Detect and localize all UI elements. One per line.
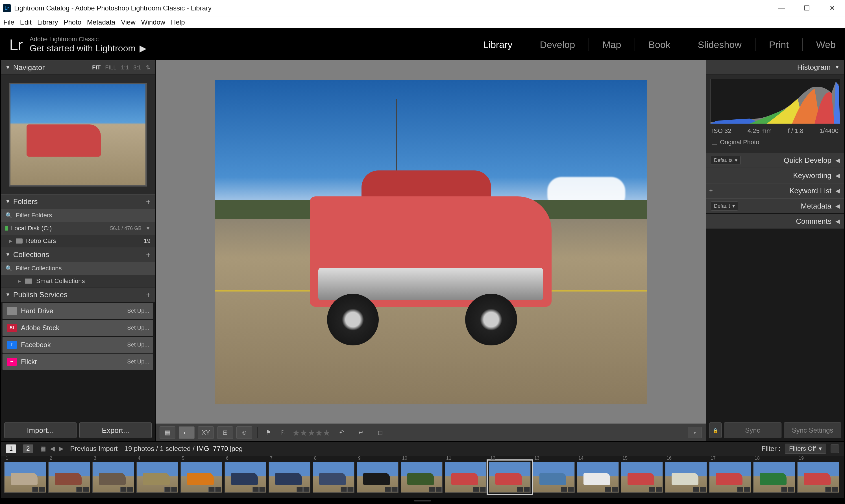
collections-header[interactable]: ▼Collections + [1,248,155,262]
import-button[interactable]: Import... [4,422,76,438]
filmstrip-thumb[interactable]: 8 [313,462,355,493]
filmstrip[interactable]: 12345678910111213141516171819 [1,456,844,498]
publish-item-flickr[interactable]: ••FlickrSet Up... [2,354,153,370]
filmstrip-thumb[interactable]: 1 [4,462,46,493]
rotate-ccw-icon[interactable]: ↶ [334,427,350,439]
original-photo-toggle[interactable]: Original Photo [710,137,840,149]
filmstrip-thumb[interactable]: 5 [180,462,222,493]
loupe-view-icon[interactable]: ▭ [179,427,194,439]
menu-help[interactable]: Help [171,18,185,26]
people-view-icon[interactable]: ☺ [236,427,252,439]
menu-photo[interactable]: Photo [64,18,81,26]
folder-disk-row[interactable]: Local Disk (C:) 56.1 / 476 GB▼ [1,222,155,235]
publish-header[interactable]: ▼Publish Services + [1,288,155,302]
rotate-cw-icon[interactable]: ↵ [353,427,369,439]
filmstrip-thumb[interactable]: 7 [269,462,310,493]
expand-arrow-icon[interactable]: ▶ [18,279,21,283]
zoom-3-1[interactable]: 3:1 [133,64,141,71]
filmstrip-thumb[interactable]: 4 [136,462,178,493]
filmstrip-thumb[interactable]: 15 [621,462,663,493]
filmstrip-thumb[interactable]: 19 [797,462,839,493]
sync-lock-button[interactable]: 🔒 [709,422,722,438]
zoom-stepper-icon[interactable]: ⇅ [146,64,151,71]
panel-row-metadata[interactable]: Default ▾Metadata◀ [706,198,844,214]
loupe-canvas[interactable] [156,60,706,424]
module-library[interactable]: Library [483,39,512,50]
navigator-header[interactable]: ▼Navigator FITFILL1:13:1⇅ [1,60,155,75]
source-label[interactable]: Previous Import [70,445,118,453]
crop-overlay-icon[interactable]: ◻ [372,427,388,439]
filter-folders-row[interactable]: 🔍 Filter Folders [1,209,155,222]
export-button[interactable]: Export... [79,422,152,438]
main-window-badge[interactable]: 1 [6,445,16,453]
compare-view-icon[interactable]: XY [198,427,214,439]
filmstrip-thumb[interactable]: 3 [92,462,134,493]
menu-view[interactable]: View [121,18,136,26]
filter-select[interactable]: Filters Off▾ [785,444,826,454]
filmstrip-thumb[interactable]: 13 [533,462,575,493]
histogram-header[interactable]: Histogram ▼ [706,60,844,75]
module-develop[interactable]: Develop [540,39,575,50]
menu-edit[interactable]: Edit [20,18,32,26]
zoom-fill[interactable]: FILL [105,64,116,71]
publish-setup-link[interactable]: Set Up... [127,308,149,314]
publish-item-adobe-stock[interactable]: StAdobe StockSet Up... [2,320,153,336]
filmstrip-thumb[interactable]: 10 [401,462,443,493]
nav-forward-icon[interactable]: ▶ [59,445,64,452]
panel-row-keyword-list[interactable]: +Keyword List◀ [706,183,844,198]
sync-settings-button[interactable]: Sync Settings [784,422,841,438]
expand-arrow-icon[interactable]: ▶ [9,239,13,243]
module-slideshow[interactable]: Slideshow [698,39,742,50]
filmstrip-thumb[interactable]: 11 [445,462,487,493]
preset-dropdown[interactable]: Default ▾ [711,201,738,211]
nav-back-icon[interactable]: ◀ [50,445,55,452]
folder-item[interactable]: ▶Retro Cars 19 [1,235,155,248]
flag-pick-icon[interactable]: ⚑ [263,427,274,439]
add-collection-button[interactable]: + [146,250,151,259]
flag-reject-icon[interactable]: ⚐ [278,427,289,439]
filmstrip-thumb[interactable]: 18 [753,462,795,493]
menu-file[interactable]: File [3,18,14,26]
publish-setup-link[interactable]: Set Up... [127,325,149,331]
survey-view-icon[interactable]: ⊞ [217,427,233,439]
filmstrip-thumb[interactable]: 2 [48,462,90,493]
identity-getting-started[interactable]: Get started with Lightroom ▶ [30,43,146,54]
filter-lock-button[interactable] [831,445,839,453]
publish-setup-link[interactable]: Set Up... [127,341,149,348]
toolbar-dropdown[interactable]: ▾ [688,427,702,438]
panel-row-quick-develop[interactable]: Defaults ▾Quick Develop◀ [706,153,844,168]
window-maximize-button[interactable]: ☐ [794,0,820,16]
publish-item-hard-drive[interactable]: Hard DriveSet Up... [2,303,153,319]
filmstrip-thumb[interactable]: 16 [665,462,707,493]
menu-metadata[interactable]: Metadata [87,18,115,26]
publish-setup-link[interactable]: Set Up... [127,358,149,365]
navigator-preview[interactable] [9,83,147,186]
resize-grip[interactable] [1,498,844,503]
second-window-badge[interactable]: 2 [23,445,33,453]
module-print[interactable]: Print [769,39,789,50]
filmstrip-thumb[interactable]: 14 [577,462,619,493]
add-publish-button[interactable]: + [146,290,151,300]
filmstrip-thumb[interactable]: 9 [357,462,398,493]
module-map[interactable]: Map [602,39,621,50]
menu-window[interactable]: Window [141,18,165,26]
checkbox-icon[interactable] [712,140,717,145]
add-folder-button[interactable]: + [146,197,151,206]
window-close-button[interactable]: ✕ [820,0,845,16]
panel-row-keywording[interactable]: Keywording◀ [706,168,844,183]
folders-header[interactable]: ▼Folders + [1,194,155,209]
grid-mini-icon[interactable]: ▦ [40,445,46,452]
window-minimize-button[interactable]: — [769,0,794,16]
histogram-chart[interactable] [710,79,840,124]
preset-dropdown[interactable]: Defaults ▾ [711,156,741,165]
zoom-1-1[interactable]: 1:1 [121,64,129,71]
grid-view-icon[interactable]: ▦ [159,427,175,439]
publish-item-facebook[interactable]: fFacebookSet Up... [2,337,153,353]
panel-row-comments[interactable]: Comments◀ [706,214,844,229]
zoom-fit[interactable]: FIT [92,64,101,71]
disclosure-triangle-icon[interactable]: ▼ [145,226,151,231]
filmstrip-thumb[interactable]: 17 [709,462,751,493]
filter-collections-row[interactable]: 🔍 Filter Collections [1,262,155,275]
sync-button[interactable]: Sync [724,422,781,438]
collection-item[interactable]: ▶ Smart Collections [1,275,155,288]
